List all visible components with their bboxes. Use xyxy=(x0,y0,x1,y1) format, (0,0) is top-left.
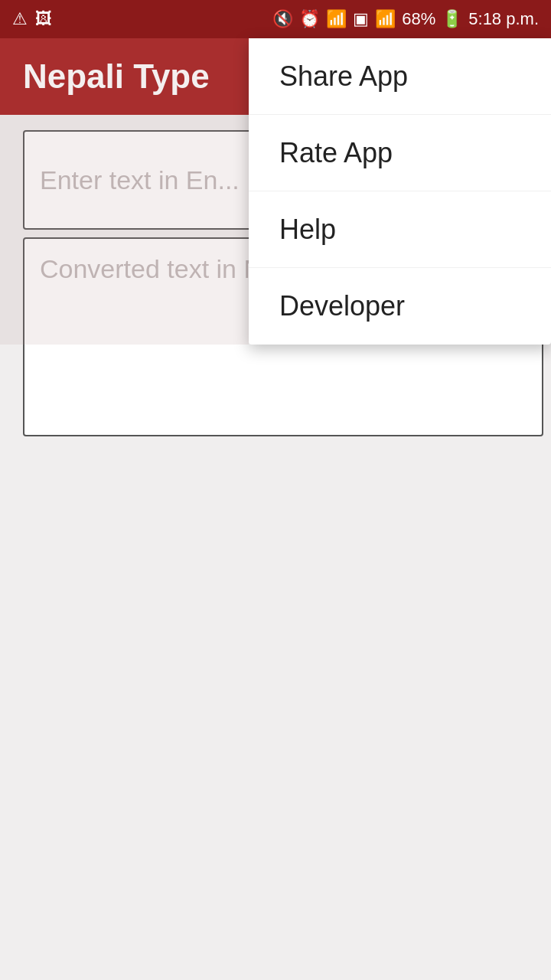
mute-icon: 🔇 xyxy=(272,9,293,29)
menu-item-help[interactable]: Help xyxy=(249,191,551,268)
help-label: Help xyxy=(279,214,336,246)
dropdown-menu: Share App Rate App Help Developer xyxy=(249,38,551,345)
image-icon: 🖼 xyxy=(35,9,52,29)
status-right-icons: 🔇 ⏰ 📶 ▣ 📶 68% 🔋 5:18 p.m. xyxy=(272,9,539,29)
share-app-label: Share App xyxy=(279,60,408,93)
menu-item-developer[interactable]: Developer xyxy=(249,268,551,345)
wifi-icon: 📶 xyxy=(326,9,347,29)
status-left-icons: ⚠ 🖼 xyxy=(12,9,52,29)
nepali-output-placeholder: Converted text in N... xyxy=(40,254,284,283)
developer-label: Developer xyxy=(279,290,405,322)
signal-icon: 📶 xyxy=(375,9,396,29)
status-bar: ⚠ 🖼 🔇 ⏰ 📶 ▣ 📶 68% 🔋 5:18 p.m. xyxy=(0,0,551,38)
rate-app-label: Rate App xyxy=(279,137,393,169)
alarm-icon: ⏰ xyxy=(299,9,320,29)
battery-percentage: 68% xyxy=(402,9,435,29)
menu-item-rate-app[interactable]: Rate App xyxy=(249,115,551,191)
sim1-icon: ▣ xyxy=(353,9,369,29)
english-input-placeholder: Enter text in En... xyxy=(40,165,240,195)
menu-item-share-app[interactable]: Share App xyxy=(249,38,551,115)
battery-icon: 🔋 xyxy=(442,9,462,29)
status-time: 5:18 p.m. xyxy=(468,9,539,29)
app-title: Nepali Type xyxy=(23,57,210,96)
warning-icon: ⚠ xyxy=(12,9,28,29)
